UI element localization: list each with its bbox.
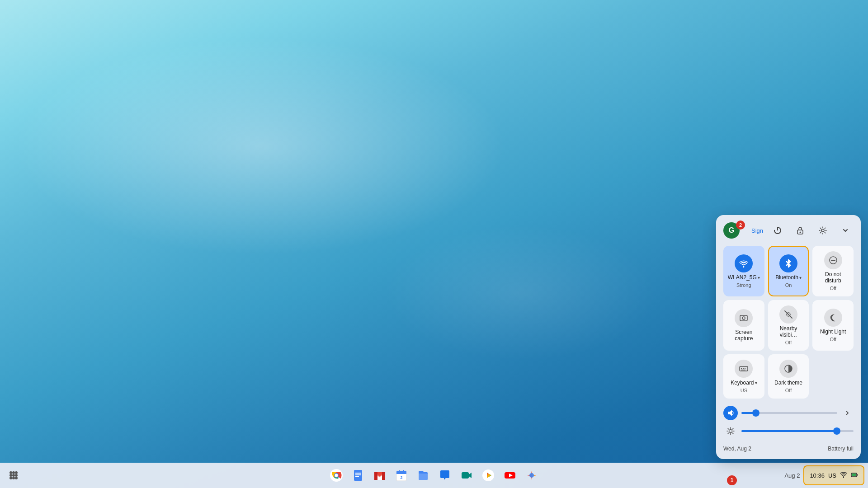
- svg-point-0: [9, 471, 12, 474]
- svg-rect-34: [857, 474, 858, 476]
- avatar-wrapper: G 2: [723, 222, 745, 239]
- nearby-icon: [783, 310, 793, 319]
- wifi-icon: [739, 258, 749, 268]
- taskbar-app-files[interactable]: [413, 465, 433, 485]
- sign-button[interactable]: Sign: [751, 227, 763, 234]
- svg-rect-43: [740, 315, 747, 321]
- svg-point-44: [742, 317, 745, 319]
- svg-rect-22: [396, 473, 406, 474]
- system-tray[interactable]: 10:36 US: [803, 465, 864, 485]
- taskbar-app-messages[interactable]: [435, 465, 455, 485]
- wifi-tray-icon: [840, 471, 847, 480]
- taskbar-app-chrome[interactable]: [326, 465, 346, 485]
- screencapture-tile-icon: [735, 309, 753, 327]
- wifi-tile-label: WLAN2_5G: [728, 274, 757, 281]
- svg-point-40: [821, 229, 824, 232]
- nightlight-icon: [828, 313, 838, 323]
- svg-text:2: 2: [400, 475, 402, 480]
- taskbar-app-calendar[interactable]: 2: [392, 465, 411, 485]
- dnd-icon: [828, 255, 838, 265]
- keyboard-dropdown-arrow: ▾: [755, 380, 757, 385]
- notification-count-badge: 2: [736, 221, 745, 230]
- svg-point-2: [15, 471, 18, 474]
- tray-time: 10:36: [810, 472, 825, 479]
- wifi-tile-sublabel: Strong: [736, 282, 751, 288]
- gear-icon: [818, 226, 827, 235]
- nearby-tile-label: Nearby visibi…: [772, 325, 806, 338]
- collapse-button[interactable]: [837, 222, 854, 239]
- nearby-tile-sublabel: Off: [785, 340, 792, 345]
- taskbar-app-youtube[interactable]: [500, 465, 520, 485]
- tray-date: Aug 2: [784, 472, 800, 479]
- svg-line-62: [728, 433, 729, 434]
- nearby-tile[interactable]: Nearby visibi… Off: [768, 300, 809, 351]
- nightlight-tile-label: Night Light: [820, 328, 846, 335]
- bluetooth-tile-icon: [779, 254, 797, 272]
- svg-point-32: [529, 473, 534, 478]
- nightlight-tile-sublabel: Off: [830, 337, 836, 342]
- svg-rect-49: [743, 368, 744, 369]
- svg-line-60: [732, 433, 733, 434]
- svg-point-54: [729, 430, 732, 433]
- quick-settings-panel: G 2 Sign: [716, 215, 861, 459]
- svg-rect-15: [355, 474, 361, 475]
- darktheme-tile-sublabel: Off: [785, 388, 792, 393]
- keyboard-icon: [739, 364, 749, 374]
- nearby-tile-icon: [779, 305, 797, 324]
- volume-icon-button[interactable]: [723, 406, 738, 420]
- volume-chevron-right-icon: [844, 409, 851, 417]
- dnd-tile-sublabel: Off: [830, 286, 836, 291]
- bluetooth-dropdown-arrow: ▾: [799, 275, 802, 280]
- svg-point-12: [335, 474, 338, 477]
- collapse-icon: [841, 226, 849, 235]
- volume-icon: [726, 409, 735, 417]
- svg-rect-50: [745, 368, 745, 369]
- brightness-track[interactable]: [741, 430, 854, 432]
- screencapture-tile[interactable]: Screen capture: [723, 300, 764, 351]
- keyboard-tile-sublabel: US: [741, 388, 747, 393]
- darktheme-tile[interactable]: Dark theme Off: [768, 354, 809, 399]
- volume-thumb[interactable]: [752, 409, 760, 417]
- qs-header: G 2 Sign: [723, 222, 854, 239]
- taskbar-app-meet[interactable]: [457, 465, 476, 485]
- qs-footer: Wed, Aug 2 Battery full: [723, 444, 854, 452]
- screencapture-icon: [739, 313, 749, 323]
- svg-rect-14: [355, 473, 361, 474]
- notification-badge-1: 1: [727, 475, 737, 485]
- brightness-slider-row: [723, 424, 854, 438]
- taskbar-app-gmail[interactable]: [370, 465, 390, 485]
- brightness-thumb[interactable]: [833, 427, 840, 435]
- battery-tray-icon: [851, 471, 858, 480]
- qs-date: Wed, Aug 2: [723, 446, 751, 452]
- dnd-tile-icon: [824, 251, 842, 269]
- taskbar-app-docs[interactable]: [348, 465, 368, 485]
- launcher-icon: [9, 471, 18, 480]
- desktop: 2: [0, 0, 868, 488]
- taskbar-app-play[interactable]: [478, 465, 498, 485]
- svg-rect-51: [741, 370, 745, 371]
- darktheme-tile-icon: [779, 360, 797, 378]
- nightlight-tile[interactable]: Night Light Off: [812, 300, 854, 351]
- svg-point-39: [799, 232, 801, 233]
- taskbar-app-photos[interactable]: [522, 465, 542, 485]
- taskbar-left: [4, 465, 24, 485]
- power-button[interactable]: [769, 222, 786, 239]
- wifi-tile[interactable]: WLAN2_5G ▾ Strong: [723, 246, 764, 296]
- keyboard-tile-label: Keyboard: [731, 380, 754, 386]
- qs-sliders: [723, 406, 854, 438]
- keyboard-label-row: Keyboard ▾: [731, 380, 757, 386]
- volume-expand-button[interactable]: [841, 407, 854, 419]
- bluetooth-tile[interactable]: Bluetooth ▾ On: [768, 246, 809, 296]
- svg-point-6: [9, 477, 12, 479]
- volume-slider-row: [723, 406, 854, 420]
- launcher-button[interactable]: [4, 465, 24, 485]
- svg-line-61: [732, 428, 733, 429]
- wifi-tile-icon: [735, 254, 753, 272]
- dnd-tile[interactable]: Do not disturb Off: [812, 246, 854, 296]
- settings-button[interactable]: [815, 222, 831, 239]
- darktheme-tile-label: Dark theme: [774, 380, 802, 386]
- keyboard-tile[interactable]: Keyboard ▾ US: [723, 354, 764, 399]
- volume-track[interactable]: [741, 412, 837, 414]
- lock-button[interactable]: [792, 222, 808, 239]
- dnd-tile-label: Do not disturb: [816, 271, 850, 284]
